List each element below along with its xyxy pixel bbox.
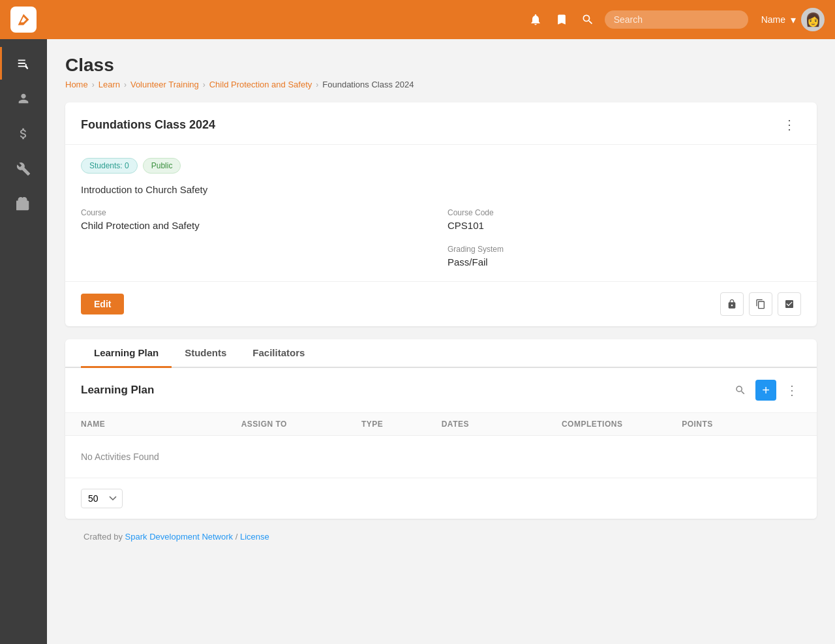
search-input[interactable] xyxy=(605,10,748,29)
breadcrumb-current: Foundations Class 2024 xyxy=(322,80,414,89)
app-body: Class Home › Learn › Volunteer Training … xyxy=(0,39,835,644)
grading-system-field: Grading System Pass/Fail xyxy=(448,245,801,268)
class-description: Introduction to Church Safety xyxy=(81,184,801,195)
course-label: Course xyxy=(81,208,434,217)
class-card-header: Foundations Class 2024 ⋮ xyxy=(65,102,817,145)
sidebar-item-people[interactable] xyxy=(0,82,47,115)
class-card-body: Students: 0 Public Introduction to Churc… xyxy=(65,145,817,281)
license-link[interactable]: License xyxy=(240,532,269,542)
copy-button[interactable] xyxy=(749,292,772,316)
sidebar-item-notes[interactable] xyxy=(0,47,47,80)
lock-button[interactable] xyxy=(720,292,744,316)
class-card-footer: Edit xyxy=(65,281,817,326)
search-button[interactable] xyxy=(579,10,597,29)
col-assign-to: Assign To xyxy=(241,420,361,429)
col-type: Type xyxy=(361,420,442,429)
lp-title: Learning Plan xyxy=(81,384,154,397)
tab-students[interactable]: Students xyxy=(172,339,239,368)
avatar: 👩 xyxy=(801,8,825,31)
crafted-by-text: Crafted by xyxy=(84,532,123,542)
course-value: Child Protection and Safety xyxy=(81,220,200,231)
user-name: Name xyxy=(761,14,785,25)
edit-button[interactable]: Edit xyxy=(81,294,124,314)
students-badge: Students: 0 xyxy=(81,158,138,174)
top-navigation: Name ▾ 👩 xyxy=(0,0,835,39)
breadcrumb: Home › Learn › Volunteer Training › Chil… xyxy=(65,80,817,89)
breadcrumb-learn[interactable]: Learn xyxy=(99,80,120,89)
public-badge: Public xyxy=(143,158,181,174)
tabs-and-content: Learning Plan Students Facilitators Lear… xyxy=(65,339,817,519)
info-grid: Course Child Protection and Safety Cours… xyxy=(81,208,801,268)
org-link[interactable]: Spark Development Network xyxy=(125,532,233,542)
lp-add-button[interactable]: + xyxy=(755,380,776,401)
page-footer: Crafted by Spark Development Network / L… xyxy=(65,519,817,555)
breadcrumb-sep-4: › xyxy=(316,80,318,89)
table-header: Name Assign To Type Dates Completions Po… xyxy=(65,413,817,436)
course-code-value: CPS101 xyxy=(448,220,484,231)
sidebar xyxy=(0,39,47,644)
lp-menu-button[interactable]: ⋮ xyxy=(783,380,801,401)
footer-icons xyxy=(720,292,801,316)
breadcrumb-sep-3: › xyxy=(203,80,205,89)
breadcrumb-volunteer-training[interactable]: Volunteer Training xyxy=(130,80,199,89)
learning-plan-section: Learning Plan + ⋮ Name Assign To Type Da… xyxy=(65,368,817,519)
checklist-button[interactable] xyxy=(778,292,801,316)
footer-separator: / xyxy=(235,532,240,542)
lp-search-button[interactable] xyxy=(732,382,749,399)
col-dates: Dates xyxy=(442,420,562,429)
breadcrumb-child-protection[interactable]: Child Protection and Safety xyxy=(209,80,312,89)
tab-learning-plan[interactable]: Learning Plan xyxy=(81,339,172,368)
page-title: Class xyxy=(65,55,817,76)
course-code-field: Course Code CPS101 xyxy=(448,208,801,232)
course-field: Course Child Protection and Safety xyxy=(81,208,434,232)
lp-actions: + ⋮ xyxy=(732,380,801,401)
tab-facilitators[interactable]: Facilitators xyxy=(239,339,318,368)
logo[interactable] xyxy=(10,7,37,33)
col-actions xyxy=(762,420,801,429)
table-footer: 10 25 50 100 xyxy=(65,478,817,519)
badge-row: Students: 0 Public xyxy=(81,158,801,174)
grading-system-value: Pass/Fail xyxy=(448,256,488,268)
sidebar-item-finance[interactable] xyxy=(0,117,47,150)
class-card: Foundations Class 2024 ⋮ Students: 0 Pub… xyxy=(65,102,817,326)
class-card-title: Foundations Class 2024 xyxy=(81,118,215,132)
notifications-button[interactable] xyxy=(526,10,545,29)
breadcrumb-home[interactable]: Home xyxy=(65,80,88,89)
sidebar-item-jobs[interactable] xyxy=(0,188,47,221)
tabs: Learning Plan Students Facilitators xyxy=(65,339,817,368)
col-points: Points xyxy=(682,420,762,429)
col-completions: Completions xyxy=(562,420,682,429)
table-empty-message: No Activities Found xyxy=(65,436,817,478)
sidebar-item-tools[interactable] xyxy=(0,153,47,185)
breadcrumb-sep-2: › xyxy=(124,80,127,89)
class-card-menu-button[interactable]: ⋮ xyxy=(778,115,801,134)
user-menu[interactable]: Name ▾ 👩 xyxy=(761,8,825,31)
col-name: Name xyxy=(81,420,241,429)
dropdown-icon: ▾ xyxy=(791,14,796,26)
main-content: Class Home › Learn › Volunteer Training … xyxy=(47,39,835,644)
per-page-select[interactable]: 10 25 50 100 xyxy=(81,489,123,508)
grading-system-label: Grading System xyxy=(448,245,801,254)
bookmarks-button[interactable] xyxy=(553,10,571,29)
top-nav-right: Name ▾ 👩 xyxy=(526,8,825,31)
lp-header: Learning Plan + ⋮ xyxy=(65,368,817,413)
breadcrumb-sep-1: › xyxy=(92,80,95,89)
course-code-label: Course Code xyxy=(448,208,801,217)
